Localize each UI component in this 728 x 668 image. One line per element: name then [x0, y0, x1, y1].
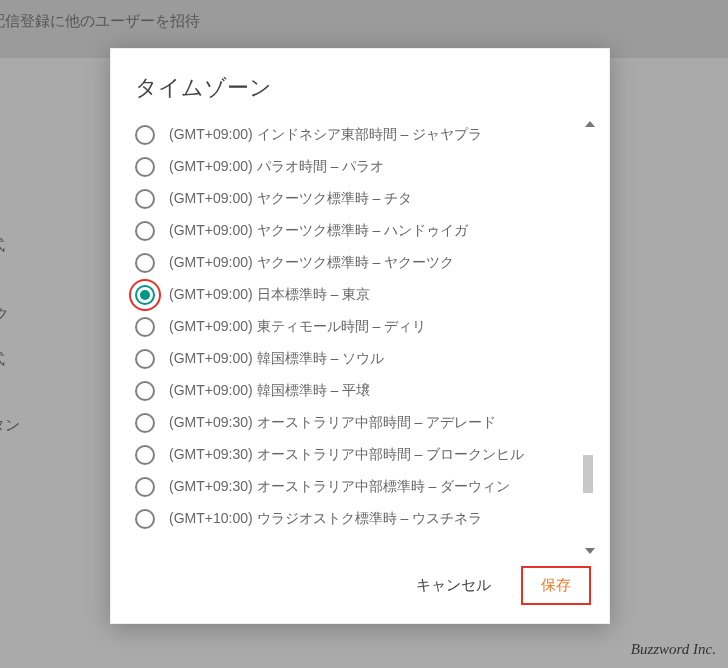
timezone-option-label: (GMT+09:00) パラオ時間 – パラオ [169, 158, 384, 176]
timezone-option-label: (GMT+09:00) インドネシア東部時間 – ジャヤプラ [169, 126, 482, 144]
radio-icon[interactable] [135, 253, 155, 273]
timezone-option[interactable]: (GMT+09:30) オーストラリア中部時間 – アデレード [135, 407, 579, 439]
timezone-option[interactable]: (GMT+09:30) オーストラリア中部標準時 – ダーウィン [135, 471, 579, 503]
radio-icon[interactable] [135, 221, 155, 241]
radio-icon[interactable] [135, 189, 155, 209]
timezone-option-label: (GMT+09:00) ヤクーツク標準時 – チタ [169, 190, 412, 208]
save-button[interactable]: 保存 [521, 566, 591, 605]
radio-icon[interactable] [135, 125, 155, 145]
scroll-up-icon[interactable] [585, 121, 595, 127]
radio-icon[interactable] [135, 413, 155, 433]
timezone-option[interactable]: (GMT+09:00) ヤクーツク標準時 – チタ [135, 183, 579, 215]
cancel-button[interactable]: キャンセル [406, 568, 501, 603]
scroll-down-icon[interactable] [585, 548, 595, 554]
timezone-option[interactable]: (GMT+09:00) パラオ時間 – パラオ [135, 151, 579, 183]
timezone-option-label: (GMT+09:00) 韓国標準時 – 平壌 [169, 382, 370, 400]
scrollbar[interactable] [583, 119, 597, 556]
watermark: Buzzword Inc. [631, 641, 716, 658]
timezone-option[interactable]: (GMT+09:00) 韓国標準時 – ソウル [135, 343, 579, 375]
dialog-title: タイムゾーン [111, 49, 609, 119]
timezone-option-label: (GMT+09:30) オーストラリア中部時間 – ブロークンヒル [169, 446, 524, 464]
timezone-option-label: (GMT+09:30) オーストラリア中部標準時 – ダーウィン [169, 478, 510, 496]
timezone-option-list: (GMT+09:00) インドネシア東部時間 – ジャヤプラ(GMT+09:00… [135, 119, 579, 556]
radio-icon[interactable] [135, 477, 155, 497]
timezone-list-wrap: (GMT+09:00) インドネシア東部時間 – ジャヤプラ(GMT+09:00… [111, 119, 609, 556]
timezone-option[interactable]: (GMT+09:00) 韓国標準時 – 平壌 [135, 375, 579, 407]
timezone-option[interactable]: (GMT+10:00) ウラジオストク標準時 – ウスチネラ [135, 503, 579, 535]
timezone-option-label: (GMT+09:30) オーストラリア中部時間 – アデレード [169, 414, 496, 432]
timezone-option-label: (GMT+09:00) ヤクーツク標準時 – ヤクーツク [169, 254, 454, 272]
timezone-option[interactable]: (GMT+09:00) 日本標準時 – 東京 [135, 279, 579, 311]
timezone-option[interactable]: (GMT+09:00) ヤクーツク標準時 – ヤクーツク [135, 247, 579, 279]
timezone-option-label: (GMT+09:00) 東ティモール時間 – ディリ [169, 318, 426, 336]
radio-icon[interactable] [135, 509, 155, 529]
timezone-option-label: (GMT+09:00) 韓国標準時 – ソウル [169, 350, 384, 368]
timezone-option-label: (GMT+10:00) ウラジオストク標準時 – ウスチネラ [169, 510, 482, 528]
timezone-option[interactable]: (GMT+09:30) オーストラリア中部時間 – ブロークンヒル [135, 439, 579, 471]
radio-icon[interactable] [135, 381, 155, 401]
radio-icon[interactable] [135, 157, 155, 177]
timezone-option[interactable]: (GMT+09:00) ヤクーツク標準時 – ハンドゥイガ [135, 215, 579, 247]
radio-icon[interactable] [135, 317, 155, 337]
radio-icon[interactable] [135, 285, 155, 305]
radio-icon[interactable] [135, 445, 155, 465]
scroll-thumb[interactable] [583, 455, 593, 493]
timezone-dialog: タイムゾーン (GMT+09:00) インドネシア東部時間 – ジャヤプラ(GM… [110, 48, 610, 624]
dialog-actions: キャンセル 保存 [111, 556, 609, 623]
radio-icon[interactable] [135, 349, 155, 369]
timezone-option[interactable]: (GMT+09:00) インドネシア東部時間 – ジャヤプラ [135, 119, 579, 151]
timezone-option[interactable]: (GMT+09:00) 東ティモール時間 – ディリ [135, 311, 579, 343]
timezone-option-label: (GMT+09:00) 日本標準時 – 東京 [169, 286, 370, 304]
timezone-option-label: (GMT+09:00) ヤクーツク標準時 – ハンドゥイガ [169, 222, 468, 240]
